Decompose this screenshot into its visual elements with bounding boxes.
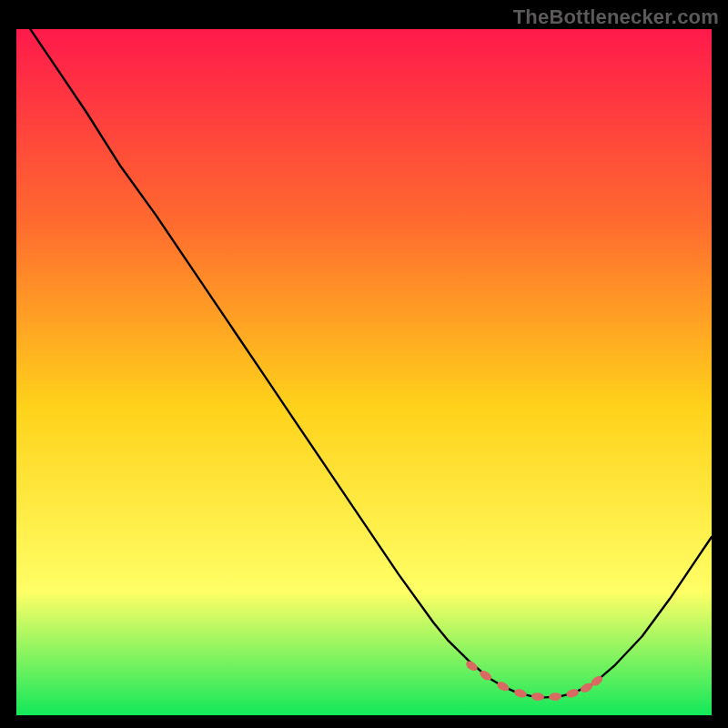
gradient-background [16, 29, 712, 715]
bottleneck-chart-svg [16, 29, 712, 715]
watermark-text: TheBottlenecker.com [513, 5, 719, 29]
chart-frame: TheBottlenecker.com [0, 0, 728, 728]
plot-area [16, 29, 712, 715]
